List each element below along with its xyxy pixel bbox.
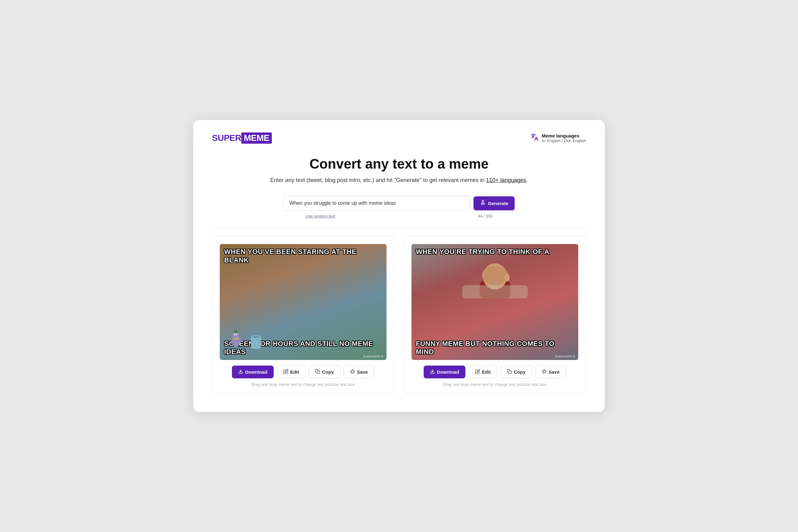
language-subtitle: In: English / Out: English <box>542 138 586 143</box>
svg-rect-17 <box>317 371 320 374</box>
copy-icon-2 <box>507 369 512 375</box>
search-input[interactable] <box>283 196 470 211</box>
svg-line-10 <box>229 342 232 344</box>
svg-rect-24 <box>492 267 494 276</box>
generate-label: Generate <box>488 201 508 206</box>
char-count: 44 / 300 <box>478 214 493 218</box>
language-title: Meme languages <box>542 133 586 138</box>
edit-icon-1 <box>283 369 288 375</box>
hero-section: Convert any text to a meme Enter any tex… <box>212 156 586 185</box>
meme-1-save-button[interactable]: Save <box>343 365 374 378</box>
meme-2-watermark: Supermeme.ai <box>555 355 575 358</box>
copy-icon-1 <box>315 369 320 375</box>
download-icon-2 <box>430 369 435 375</box>
logo-super-text: SUPER <box>212 133 241 143</box>
meme-image-2: WHEN YOU'RE TRYING TO THINK OF A <box>412 244 578 360</box>
meme-1-watermark: Supermeme.ai <box>363 355 383 358</box>
meme-2-edit-button[interactable]: Edit <box>469 365 497 378</box>
section-divider <box>212 227 586 228</box>
svg-rect-26 <box>498 268 501 277</box>
meme-grid: WHEN YOU'VE BEEN STARING AT THE BLANK <box>212 236 586 393</box>
svg-point-5 <box>235 335 236 335</box>
hero-title: Convert any text to a meme <box>212 156 586 172</box>
svg-rect-25 <box>495 267 497 276</box>
logo: SUPER MEME <box>212 132 272 144</box>
svg-point-14 <box>252 336 260 338</box>
meme-1-copy-button[interactable]: Copy <box>309 365 340 378</box>
meme-2-hint: Drag and drop meme text to change text p… <box>443 382 547 387</box>
header: SUPER MEME Meme languages In: English / … <box>212 132 586 144</box>
flask-icon <box>480 200 486 207</box>
svg-rect-23 <box>489 267 491 276</box>
meme-2-copy-label: Copy <box>514 369 526 375</box>
meme-card-2: WHEN YOU'RE TRYING TO THINK OF A <box>404 236 586 393</box>
svg-point-6 <box>236 335 238 335</box>
random-text-link[interactable]: Use random text <box>305 214 335 218</box>
meme-1-download-label: Download <box>245 369 267 375</box>
hero-desc-part1: Enter any text (tweet, blog post intro, … <box>270 177 484 183</box>
meme-1-top-text: WHEN YOU'VE BEEN STARING AT THE BLANK <box>224 248 382 264</box>
meme-2-save-label: Save <box>549 369 559 375</box>
search-row: Generate <box>212 196 586 211</box>
language-text: Meme languages In: English / Out: Englis… <box>542 133 586 143</box>
logo-meme-text: MEME <box>241 132 272 144</box>
meme-1-edit-label: Edit <box>290 369 299 375</box>
meme-1-character <box>226 326 276 350</box>
svg-line-11 <box>240 339 243 342</box>
meme-2-character <box>451 250 539 298</box>
svg-rect-9 <box>235 330 237 332</box>
download-icon-1 <box>238 369 243 375</box>
svg-marker-32 <box>542 369 546 373</box>
edit-icon-2 <box>475 369 480 375</box>
svg-rect-27 <box>501 270 504 277</box>
generate-button[interactable]: Generate <box>474 196 514 210</box>
search-meta: Use random text 44 / 300 <box>305 214 493 218</box>
meme-image-1: WHEN YOU'VE BEEN STARING AT THE BLANK <box>220 244 386 360</box>
meme-2-edit-label: Edit <box>482 369 491 375</box>
star-icon-1 <box>350 369 355 375</box>
meme-2-save-button[interactable]: Save <box>535 365 566 378</box>
hero-description: Enter any text (tweet, blog post intro, … <box>212 176 586 185</box>
star-icon-2 <box>542 369 547 375</box>
svg-point-28 <box>505 274 510 281</box>
meme-1-edit-button[interactable]: Edit <box>277 365 305 378</box>
svg-rect-22 <box>485 269 488 277</box>
language-selector[interactable]: Meme languages In: English / Out: Englis… <box>531 133 586 143</box>
meme-2-actions: Download Edit <box>424 365 566 378</box>
svg-rect-29 <box>462 285 528 298</box>
meme-1-copy-label: Copy <box>322 369 334 375</box>
languages-link[interactable]: 110+ languages <box>486 177 526 183</box>
meme-2-copy-button[interactable]: Copy <box>500 365 532 378</box>
svg-rect-7 <box>233 338 239 339</box>
meme-1-save-label: Save <box>357 369 368 375</box>
meme-bg-1: WHEN YOU'VE BEEN STARING AT THE BLANK <box>220 244 386 360</box>
svg-marker-18 <box>350 369 355 373</box>
translate-icon <box>531 133 539 143</box>
meme-1-download-button[interactable]: Download <box>232 365 274 378</box>
app-container: SUPER MEME Meme languages In: English / … <box>193 120 605 412</box>
meme-card-1: WHEN YOU'VE BEEN STARING AT THE BLANK <box>212 236 394 393</box>
meme-2-bottom-text: FUNNY MEME BUT NOTHING COMES TO MIND <box>416 340 574 356</box>
meme-2-download-button[interactable]: Download <box>424 365 466 378</box>
meme-2-download-label: Download <box>437 369 459 375</box>
meme-1-hint: Drag and drop meme text to change text p… <box>251 382 355 387</box>
svg-rect-31 <box>509 371 512 374</box>
meme-1-actions: Download Edit <box>232 365 374 378</box>
svg-rect-15 <box>252 347 260 349</box>
meme-bg-2: WHEN YOU'RE TRYING TO THINK OF A <box>412 244 578 360</box>
